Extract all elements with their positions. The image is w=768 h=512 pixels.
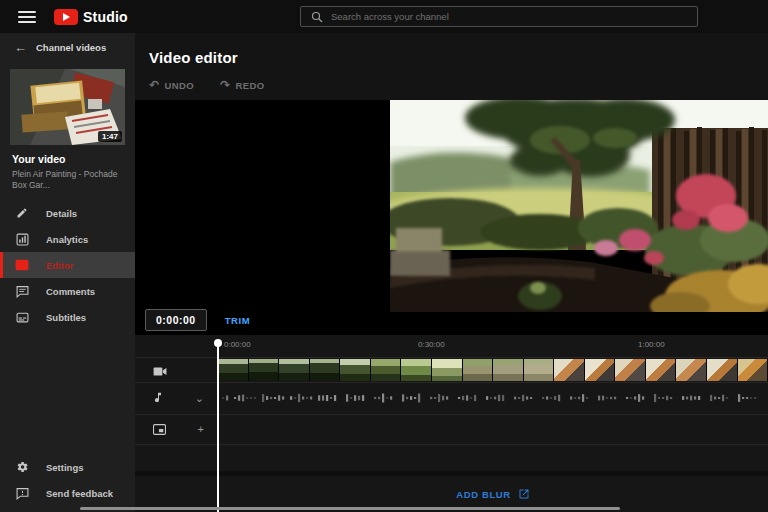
video-track-icon — [153, 366, 167, 377]
filmstrip-frame — [279, 359, 310, 381]
sidebar-item-analytics[interactable]: Analytics — [0, 226, 135, 252]
filmstrip-frame — [401, 359, 432, 381]
ruler-mark-0: 0:00:00 — [224, 340, 251, 349]
filmstrip-frame — [371, 359, 402, 381]
video-thumbnail[interactable]: 1:47 — [10, 69, 125, 145]
gear-icon — [14, 459, 30, 475]
sidebar-item-details[interactable]: Details — [0, 200, 135, 226]
filmstrip-frame — [340, 359, 371, 381]
timeline-controls: 0:00:00 TRIM — [135, 309, 250, 331]
garden-preview-image — [390, 100, 768, 312]
filmstrip-frame — [707, 359, 738, 381]
video-title: Plein Air Painting - Pochade Box Gar... — [12, 169, 123, 190]
undo-icon: ↶ — [149, 78, 159, 92]
sidebar-item-subtitles[interactable]: Subtitles — [0, 304, 135, 330]
video-track-filmstrip[interactable] — [218, 359, 768, 381]
add-overlay-plus-icon[interactable]: + — [198, 423, 204, 435]
subtitles-icon — [14, 309, 30, 325]
undo-button[interactable]: ↶ UNDO — [149, 78, 194, 92]
add-blur-button[interactable]: ADD BLUR — [456, 488, 529, 500]
ruler-mark-2: 1:00:00 — [638, 340, 665, 349]
comment-icon — [14, 283, 30, 299]
editor-main: Video editor ↶ UNDO ↷ REDO — [135, 33, 768, 512]
filmstrip-frame — [249, 359, 280, 381]
timecode-display[interactable]: 0:00:00 — [145, 309, 207, 331]
editor-icon — [14, 257, 30, 273]
filmstrip-frame — [676, 359, 707, 381]
open-in-new-icon — [518, 488, 530, 500]
feedback-icon — [14, 485, 30, 501]
page-title: Video editor — [135, 33, 768, 66]
filmstrip-frame — [463, 359, 494, 381]
back-to-channel-videos[interactable]: ← Channel videos — [0, 33, 135, 61]
ruler-mark-1: 0:30:00 — [418, 340, 445, 349]
youtube-play-icon — [54, 9, 78, 25]
sidebar: ← Channel videos — [0, 33, 135, 512]
sidebar-item-editor[interactable]: Editor — [0, 252, 135, 278]
duration-badge: 1:47 — [98, 131, 122, 142]
youtube-studio-app: Studio Search across your channel ← Chan… — [0, 0, 768, 512]
audio-track-icon — [153, 392, 163, 405]
overlay-track-lane[interactable] — [218, 415, 768, 443]
audio-track-waveform[interactable] — [218, 383, 768, 413]
filmstrip-frame — [738, 359, 768, 381]
filmstrip-frame — [524, 359, 555, 381]
timeline-ruler[interactable]: 0:00:00 0:30:00 1:00:00 — [135, 335, 768, 357]
video-preview-frame[interactable] — [390, 100, 768, 312]
overlay-track-icon — [153, 424, 166, 435]
sidebar-footer: Settings Send feedback — [0, 454, 135, 506]
playhead[interactable] — [217, 343, 219, 512]
undo-redo-bar: ↶ UNDO ↷ REDO — [135, 66, 768, 92]
filmstrip-frame — [218, 359, 249, 381]
sidebar-item-comments[interactable]: Comments — [0, 278, 135, 304]
filmstrip-frame — [310, 359, 341, 381]
filmstrip-frame — [432, 359, 463, 381]
your-video-label: Your video — [12, 153, 135, 165]
sidebar-menu: Details Analytics Editor Comments — [0, 200, 135, 330]
search-input[interactable]: Search across your channel — [300, 6, 698, 27]
search-icon — [311, 11, 323, 23]
top-app-bar: Studio Search across your channel — [0, 0, 768, 33]
track-headers: ⌄ + — [135, 357, 218, 512]
analytics-icon — [14, 231, 30, 247]
search-placeholder: Search across your channel — [331, 11, 449, 22]
filmstrip-frame — [646, 359, 677, 381]
horizontal-scrollbar[interactable] — [80, 507, 620, 510]
timeline: 0:00:00 0:30:00 1:00:00 ⌄ — [135, 335, 768, 512]
redo-icon: ↷ — [220, 78, 230, 92]
youtube-studio-logo[interactable]: Studio — [54, 9, 128, 25]
redo-button[interactable]: ↷ REDO — [220, 78, 265, 92]
back-label: Channel videos — [36, 42, 106, 53]
brand-label: Studio — [83, 9, 128, 25]
hamburger-menu-icon[interactable] — [18, 11, 36, 23]
sidebar-item-settings[interactable]: Settings — [0, 454, 135, 480]
trim-button[interactable]: TRIM — [225, 315, 251, 326]
audio-expand-chevron-icon[interactable]: ⌄ — [195, 392, 204, 405]
filmstrip-frame — [554, 359, 585, 381]
filmstrip-frame — [493, 359, 524, 381]
filmstrip-frame — [585, 359, 616, 381]
pencil-icon — [14, 205, 30, 221]
sidebar-item-send-feedback[interactable]: Send feedback — [0, 480, 135, 506]
back-arrow-icon: ← — [14, 40, 36, 55]
filmstrip-frame — [615, 359, 646, 381]
